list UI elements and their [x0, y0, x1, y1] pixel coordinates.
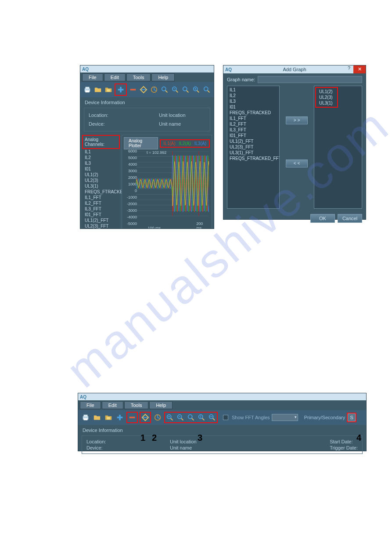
chan-item[interactable]: IL3	[82, 160, 120, 166]
plus-icon[interactable]	[115, 413, 125, 422]
fft-checkbox[interactable]	[223, 415, 228, 420]
device-value: Unit name	[170, 445, 192, 450]
list-item[interactable]: IL2	[228, 93, 278, 98]
chan-item[interactable]: UL1(2)	[82, 172, 120, 178]
diamond-icon[interactable]	[139, 85, 148, 94]
list-item[interactable]: UL2(3)_FFT	[228, 144, 278, 150]
chan-item[interactable]: IL1	[82, 149, 120, 155]
ytick: -1000	[125, 195, 137, 200]
list-item[interactable]: IL1_FFT	[228, 116, 278, 121]
ytick: 6000	[125, 149, 137, 153]
chan-item[interactable]: IL2	[82, 155, 120, 160]
chan-item[interactable]: IL3_FFT	[82, 206, 120, 212]
ytick: 0	[125, 189, 137, 193]
chan-item[interactable]: UL1(2)_FFT	[82, 218, 120, 223]
chan-item[interactable]: IL2_FFT	[82, 200, 120, 206]
titlebar: AQ	[80, 65, 214, 73]
printer-icon[interactable]	[83, 85, 92, 94]
list-item[interactable]: IL2_FFT	[228, 121, 278, 127]
menu-help[interactable]: Help	[151, 73, 175, 81]
box4: S	[347, 413, 356, 422]
zoom-in-icon[interactable]	[165, 413, 175, 422]
chan-item[interactable]: UL2(3)_FFT	[82, 223, 120, 229]
menu-file[interactable]: File	[82, 73, 103, 81]
menu-edit[interactable]: Edit	[104, 73, 126, 81]
menu-file[interactable]: File	[80, 401, 101, 409]
zoom2-icon[interactable]	[171, 85, 180, 94]
svg-line-9	[165, 91, 168, 93]
zoom1-icon[interactable]	[160, 85, 169, 94]
list-item[interactable]: IL3_FFT	[228, 127, 278, 133]
plus-icon[interactable]	[116, 85, 126, 94]
folder-icon[interactable]	[94, 85, 102, 94]
chan-item[interactable]: I01_FFT	[82, 212, 120, 218]
cancel-button[interactable]: Cancel	[338, 214, 362, 223]
list-item[interactable]: UL3(1)_FFT	[228, 150, 278, 156]
ps-toggle[interactable]: S	[348, 414, 356, 421]
list-item[interactable]: UL2(3)	[318, 94, 335, 100]
menu-help[interactable]: Help	[149, 401, 173, 409]
ytick: -3000	[125, 208, 137, 213]
circle-icon[interactable]	[153, 413, 162, 422]
ytick: -2000	[125, 202, 137, 206]
zoom-v-icon[interactable]	[197, 413, 206, 422]
zoom-out-icon[interactable]	[176, 413, 185, 422]
ytick: 1000	[125, 182, 137, 186]
list-item[interactable]: FREQS_FTRACKED	[228, 110, 278, 116]
circle-icon[interactable]	[150, 85, 158, 94]
diamond-icon[interactable]	[140, 413, 150, 422]
move-right-button[interactable]: > >	[286, 116, 308, 124]
list-item[interactable]: FREQS_FTRACKED_FFT	[228, 156, 278, 161]
zoom4-icon[interactable]	[192, 85, 201, 94]
location-label: Location:	[86, 439, 170, 444]
chan-item[interactable]: UL2(3)	[82, 178, 120, 183]
add-graph-dialog: AQ Add Graph ? ✕ Graph name: IL1 IL2 IL3…	[223, 65, 366, 220]
device-label: Device:	[86, 445, 170, 450]
chart-area[interactable]: t = 102.992 6000 5000 4000 3000 2000 100…	[125, 151, 209, 229]
start-date-label: Start Date:	[330, 439, 353, 444]
chan-item[interactable]: IL1_FFT	[82, 195, 120, 200]
zoom-fit-icon[interactable]	[186, 413, 196, 422]
help-icon[interactable]: ?	[345, 65, 353, 73]
analog-plotter: Analog Plotter IL1(A) IL2(A) IL3(A) t = …	[122, 135, 212, 229]
printer-icon[interactable]	[81, 413, 90, 422]
menu-tools[interactable]: Tools	[124, 401, 149, 409]
chan-item[interactable]: UL3(1)	[82, 183, 120, 189]
list-item[interactable]: I01_FFT	[228, 133, 278, 138]
callout-4: 4	[356, 433, 361, 443]
box2	[140, 412, 151, 423]
chan-item[interactable]: FREQS_FTRACKED	[82, 189, 120, 195]
zoom-h-icon[interactable]	[207, 413, 217, 422]
minus-icon[interactable]	[129, 85, 137, 94]
folder2-icon[interactable]	[104, 85, 113, 94]
chan-item[interactable]: I01	[82, 166, 120, 172]
close-icon[interactable]: ✕	[353, 65, 366, 73]
fft-dropdown[interactable]	[272, 414, 298, 421]
available-list[interactable]: IL1 IL2 IL3 I01 FREQS_FTRACKED IL1_FFT I…	[227, 86, 280, 209]
list-item[interactable]: I01	[228, 104, 278, 110]
list-item[interactable]: UL1(2)_FFT	[228, 138, 278, 144]
menu-tools[interactable]: Tools	[126, 73, 151, 81]
list-item[interactable]: UL3(1)	[318, 100, 335, 106]
list-item[interactable]: UL1(2)	[318, 89, 335, 94]
channel-list[interactable]: IL1 IL2 IL3 I01 UL1(2) UL2(3) UL3(1) FRE…	[82, 149, 120, 229]
svg-line-57	[213, 418, 215, 421]
list-item[interactable]: IL1	[228, 87, 278, 93]
zoom3-icon[interactable]	[181, 85, 190, 94]
folder-icon[interactable]	[92, 413, 102, 422]
selected-list[interactable]: UL1(2) UL2(3) UL3(1)	[314, 86, 362, 209]
graph-name-input[interactable]	[258, 76, 362, 83]
add-graph-highlight	[115, 83, 127, 96]
main-window: AQ File Edit Tools Help Device Informati…	[80, 65, 214, 229]
move-left-button[interactable]: < <	[286, 160, 308, 167]
list-item[interactable]: IL3	[228, 98, 278, 104]
minus-icon[interactable]	[127, 413, 137, 422]
ok-button[interactable]: OK	[310, 214, 335, 223]
ytick: -5000	[125, 221, 137, 226]
zoom5-icon[interactable]	[202, 85, 211, 94]
menu-edit[interactable]: Edit	[102, 401, 123, 409]
app-logo: AQ	[82, 67, 89, 72]
ytick: 4000	[125, 162, 137, 167]
svg-rect-1	[86, 87, 90, 89]
folder2-icon[interactable]	[104, 413, 113, 422]
